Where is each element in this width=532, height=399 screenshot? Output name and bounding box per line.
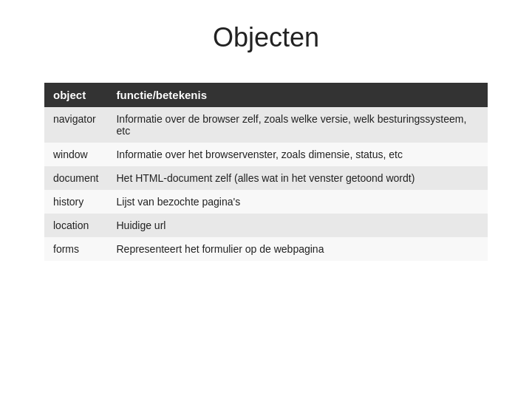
table-row: navigatorInformatie over de browser zelf… bbox=[44, 107, 488, 143]
table-row: documentHet HTML-document zelf (alles wa… bbox=[44, 166, 488, 190]
table-row: locationHuidige url bbox=[44, 214, 488, 237]
column-header-function: functie/betekenis bbox=[107, 83, 488, 107]
table-row: formsRepresenteert het formulier op de w… bbox=[44, 237, 488, 261]
column-header-object: object bbox=[44, 83, 107, 107]
table-cell-object: navigator bbox=[44, 107, 107, 143]
page-title: Objecten bbox=[213, 22, 319, 53]
objects-table: object functie/betekenis navigatorInform… bbox=[44, 83, 488, 261]
table-cell-object: location bbox=[44, 214, 107, 237]
table-cell-object: window bbox=[44, 143, 107, 166]
table-cell-description: Representeert het formulier op de webpag… bbox=[107, 237, 488, 261]
table-cell-description: Informatie over het browservenster, zoal… bbox=[107, 143, 488, 166]
table-cell-object: forms bbox=[44, 237, 107, 261]
table-cell-object: history bbox=[44, 190, 107, 214]
table-cell-description: Lijst van bezochte pagina's bbox=[107, 190, 488, 214]
table-cell-description: Huidige url bbox=[107, 214, 488, 237]
table-cell-description: Het HTML-document zelf (alles wat in het… bbox=[107, 166, 488, 190]
table-cell-description: Informatie over de browser zelf, zoals w… bbox=[107, 107, 488, 143]
table-header-row: object functie/betekenis bbox=[44, 83, 488, 107]
table-cell-object: document bbox=[44, 166, 107, 190]
table-row: windowInformatie over het browservenster… bbox=[44, 143, 488, 166]
table-row: historyLijst van bezochte pagina's bbox=[44, 190, 488, 214]
